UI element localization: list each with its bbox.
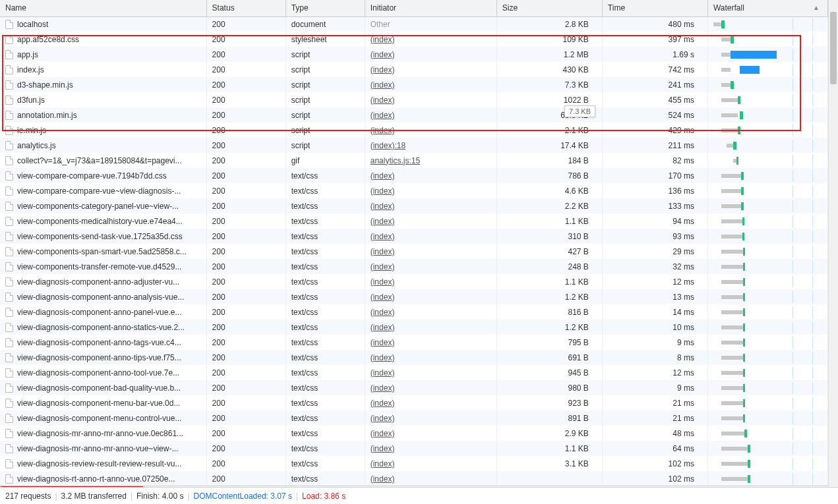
cell-initiator[interactable]: (index) [365, 410, 496, 426]
cell-name[interactable]: view-diagnosis-component-anno-statics-vu… [0, 320, 206, 335]
cell-initiator[interactable]: (index) [365, 183, 496, 198]
cell-name[interactable]: view-diagnosis-component-anno-analysis-v… [0, 289, 206, 304]
col-header-initiator[interactable]: Initiator [365, 0, 496, 16]
cell-initiator[interactable]: (index) [365, 471, 496, 486]
initiator-link[interactable]: (index) [371, 65, 395, 74]
table-row[interactable]: view-diagnosis-mr-anno-mr-anno-vue.0ec86… [0, 426, 828, 441]
initiator-link[interactable]: (index) [371, 262, 395, 271]
cell-name[interactable]: view-compare-compare-vue~view-diagnosis-… [0, 183, 206, 198]
table-row[interactable]: view-diagnosis-component-menu-bar-vue.0d… [0, 395, 828, 410]
table-row[interactable]: index.js200script(index)430 KB742 ms [0, 62, 828, 77]
table-row[interactable]: annotation.min.js200script(index)63.8 KB… [0, 107, 828, 123]
cell-initiator[interactable]: (index) [365, 274, 496, 289]
initiator-link[interactable]: (index) [371, 247, 395, 256]
initiator-link[interactable]: (index) [371, 293, 395, 302]
initiator-link[interactable]: (index) [371, 126, 395, 135]
table-row[interactable]: view-diagnosis-component-bad-quality-vue… [0, 380, 828, 395]
table-row[interactable]: app.js200script(index)1.2 MB1.69 s [0, 47, 828, 62]
initiator-link[interactable]: (index) [371, 50, 395, 59]
cell-name[interactable]: ie.min.js [0, 123, 206, 138]
cell-initiator[interactable]: (index) [365, 77, 496, 92]
initiator-link[interactable]: (index) [371, 96, 395, 105]
col-header-time[interactable]: Time [602, 0, 707, 16]
cell-name[interactable]: view-components-transfer-remote-vue.d452… [0, 259, 206, 274]
cell-initiator[interactable]: (index) [365, 365, 496, 380]
cell-initiator[interactable]: (index) [365, 198, 496, 213]
cell-name[interactable]: view-components-medicalhistory-vue.e74ea… [0, 213, 206, 229]
cell-initiator[interactable]: (index) [365, 32, 496, 47]
table-row[interactable]: view-diagnosis-component-anno-statics-vu… [0, 320, 828, 335]
cell-name[interactable]: view-diagnosis-component-menu-control-vu… [0, 410, 206, 426]
cell-initiator[interactable]: (index) [365, 304, 496, 320]
initiator-link[interactable]: (index) [371, 232, 395, 241]
table-row[interactable]: view-components-category-panel-vue~view-… [0, 198, 828, 213]
initiator-link[interactable]: (index) [371, 414, 395, 423]
initiator-link[interactable]: (index) [371, 217, 395, 226]
initiator-link[interactable]: (index) [371, 353, 395, 362]
cell-name[interactable]: view-compare-compare-vue.7194b7dd.css [0, 168, 206, 183]
cell-initiator[interactable]: (index) [365, 441, 496, 456]
cell-name[interactable]: view-diagnosis-component-anno-panel-vue.… [0, 304, 206, 320]
cell-initiator[interactable]: (index) [365, 168, 496, 183]
col-header-status[interactable]: Status [206, 0, 285, 16]
col-header-name[interactable]: Name [0, 0, 206, 16]
col-header-waterfall[interactable]: Waterfall ▲ [707, 0, 827, 16]
cell-initiator[interactable]: (index) [365, 289, 496, 304]
table-row[interactable]: analytics.js200script(index):1817.4 KB21… [0, 138, 828, 153]
cell-name[interactable]: view-components-category-panel-vue~view-… [0, 198, 206, 213]
table-row[interactable]: view-diagnosis-component-anno-panel-vue.… [0, 304, 828, 320]
cell-initiator[interactable]: (index) [365, 47, 496, 62]
col-header-type[interactable]: Type [285, 0, 365, 16]
table-row[interactable]: view-diagnosis-mr-anno-mr-anno-vue~view-… [0, 441, 828, 456]
initiator-link[interactable]: (index) [371, 383, 395, 393]
cell-name[interactable]: d3fun.js [0, 92, 206, 107]
initiator-link[interactable]: (index) [371, 323, 395, 332]
cell-name[interactable]: d3-shape.min.js [0, 77, 206, 92]
cell-initiator[interactable]: (index) [365, 92, 496, 107]
table-row[interactable]: view-components-span-smart-vue.5ad25858.… [0, 244, 828, 259]
cell-name[interactable]: view-diagnosis-component-bad-quality-vue… [0, 380, 206, 395]
cell-initiator[interactable]: (index) [365, 456, 496, 471]
cell-name[interactable]: annotation.min.js [0, 107, 206, 123]
table-row[interactable]: view-compare-compare-vue.7194b7dd.css200… [0, 168, 828, 183]
col-header-size[interactable]: Size [496, 0, 602, 16]
cell-name[interactable]: view-components-send-task-vue.1725a35d.c… [0, 229, 206, 244]
initiator-link[interactable]: (index) [371, 338, 395, 347]
cell-name[interactable]: view-diagnosis-mr-anno-mr-anno-vue~view-… [0, 441, 206, 456]
cell-initiator[interactable]: (index) [365, 259, 496, 274]
initiator-link[interactable]: (index) [371, 399, 395, 408]
table-row[interactable]: view-components-medicalhistory-vue.e74ea… [0, 213, 828, 229]
cell-name[interactable]: view-diagnosis-review-result-review-resu… [0, 456, 206, 471]
table-row[interactable]: view-components-transfer-remote-vue.d452… [0, 259, 828, 274]
cell-name[interactable]: view-diagnosis-component-anno-adjuster-v… [0, 274, 206, 289]
cell-name[interactable]: view-diagnosis-mr-anno-mr-anno-vue.0ec86… [0, 426, 206, 441]
initiator-link[interactable]: (index) [371, 429, 395, 438]
initiator-link[interactable]: (index) [371, 277, 395, 287]
table-row[interactable]: view-diagnosis-component-anno-analysis-v… [0, 289, 828, 304]
cell-name[interactable]: view-diagnosis-component-anno-tips-vue.f… [0, 350, 206, 365]
initiator-link[interactable]: (index) [371, 444, 395, 453]
table-row[interactable]: view-diagnosis-component-anno-tool-vue.7… [0, 365, 828, 380]
initiator-link[interactable]: (index) [371, 308, 395, 317]
cell-initiator[interactable]: (index):18 [365, 138, 496, 153]
table-row[interactable]: view-diagnosis-component-anno-tips-vue.f… [0, 350, 828, 365]
cell-name[interactable]: view-diagnosis-component-anno-tool-vue.7… [0, 365, 206, 380]
cell-initiator[interactable]: (index) [365, 395, 496, 410]
table-row[interactable]: ie.min.js200script(index)2.1 KB429 ms [0, 123, 828, 138]
table-row[interactable]: view-diagnosis-component-menu-control-vu… [0, 410, 828, 426]
initiator-link[interactable]: (index):18 [371, 141, 405, 150]
cell-name[interactable]: analytics.js [0, 138, 206, 153]
initiator-link[interactable]: (index) [371, 111, 395, 120]
initiator-link[interactable]: (index) [371, 202, 395, 211]
cell-initiator[interactable]: (index) [365, 123, 496, 138]
vertical-scrollbar[interactable] [828, 0, 838, 486]
cell-name[interactable]: view-diagnosis-component-menu-bar-vue.0d… [0, 395, 206, 410]
table-row[interactable]: view-diagnosis-component-anno-adjuster-v… [0, 274, 828, 289]
cell-name[interactable]: app.js [0, 47, 206, 62]
initiator-link[interactable]: (index) [371, 80, 395, 90]
cell-name[interactable]: index.js [0, 62, 206, 77]
table-row[interactable]: d3fun.js200script(index)1022 B455 ms [0, 92, 828, 107]
table-row[interactable]: localhost200documentOther2.8 KB480 ms [0, 16, 828, 32]
initiator-link[interactable]: (index) [371, 35, 395, 44]
table-row[interactable]: view-diagnosis-component-anno-tags-vue.c… [0, 335, 828, 350]
